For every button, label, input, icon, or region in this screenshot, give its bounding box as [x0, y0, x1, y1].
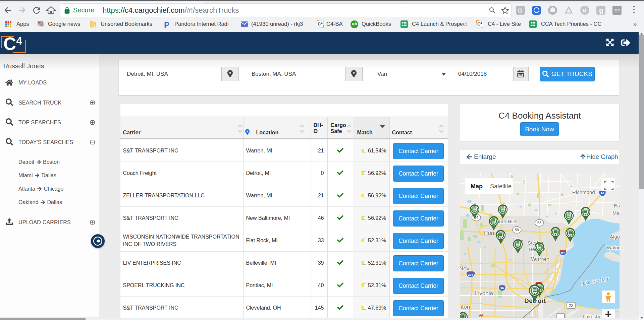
- svg-text:nton: nton: [460, 304, 470, 310]
- svg-text:59: 59: [515, 228, 519, 232]
- svg-text:22: 22: [569, 303, 574, 308]
- svg-text:96: 96: [500, 286, 504, 290]
- svg-text:Walpo: Walpo: [607, 245, 620, 250]
- svg-text:53: 53: [537, 221, 541, 225]
- svg-text:94: 94: [561, 251, 565, 254]
- svg-text:Satellite: Satellite: [490, 183, 512, 190]
- svg-text:Warren: Warren: [531, 256, 549, 262]
- svg-text:Map: Map: [471, 183, 483, 190]
- svg-text:94: 94: [601, 192, 604, 195]
- svg-text:Ea: Ea: [614, 203, 620, 208]
- svg-text:Algo: Algo: [610, 234, 620, 240]
- svg-text:Ma: Ma: [612, 210, 620, 216]
- svg-text:Richmond: Richmond: [572, 189, 595, 195]
- svg-text:275: 275: [468, 273, 474, 276]
- svg-text:Livonia: Livonia: [475, 290, 493, 297]
- svg-text:Novi: Novi: [460, 265, 471, 272]
